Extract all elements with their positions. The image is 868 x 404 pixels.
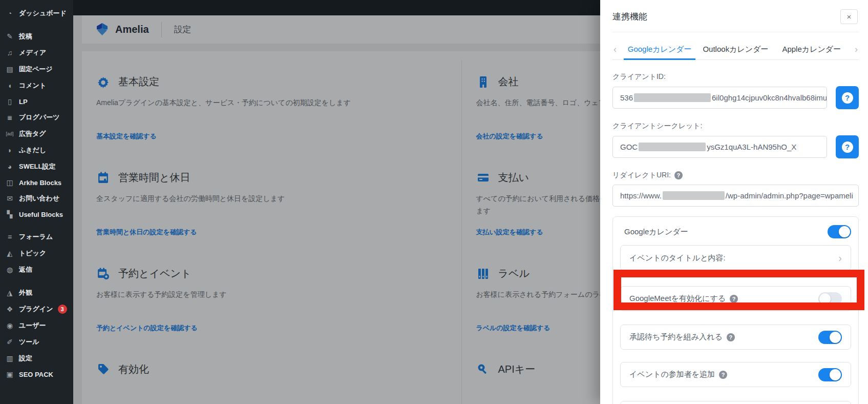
plugins-update-badge: 3 <box>58 305 67 314</box>
help-icon[interactable]: ? <box>730 295 738 303</box>
users-icon: ◉ <box>5 321 14 330</box>
help-icon[interactable]: ? <box>674 171 683 179</box>
redaction-block <box>639 143 706 151</box>
sidebar-item-dashboard[interactable]: ◔ダッシュボード <box>0 5 73 22</box>
swell-icon: ◕ <box>5 163 14 171</box>
blog-parts-icon: ▦ <box>5 115 14 120</box>
ad-tag-icon: [ad] <box>5 131 14 136</box>
pending-appointments-row: 承認待ち予約を組み入れる? <box>620 325 851 350</box>
sidebar-item-forum[interactable]: ≡フォーラム <box>0 229 73 245</box>
mail-icon: ✉ <box>5 194 14 203</box>
sidebar-item-fukidashi[interactable]: ◗ふきだし <box>0 142 73 158</box>
topics-icon: ◭ <box>5 249 14 257</box>
calendar-tabs: ‹ Googleカレンダー Outlookカレンダー Appleカレンダー › <box>612 39 859 60</box>
tab-google-calendar[interactable]: Googleカレンダー <box>622 39 697 59</box>
sidebar-item-topics[interactable]: ◭トピック <box>0 245 73 261</box>
redirect-uri-input[interactable]: https://www./wp-admin/admin.php?page=wpa… <box>612 185 859 207</box>
replies-icon: ◍ <box>5 266 14 274</box>
sidebar-item-comments[interactable]: ◖コメント <box>0 77 73 94</box>
redirect-uri-label: リダイレクトURI:? <box>612 171 859 180</box>
sidebar-item-plugins[interactable]: ❖プラグイン3 <box>0 301 73 317</box>
client-id-input[interactable]: 5366il0ghg14cjpuv0kc8n4hvalb68imu.app <box>612 87 827 109</box>
sidebar-item-media[interactable]: ♫メディア <box>0 45 73 61</box>
google-meet-row: GoogleMeetを有効化にする? <box>620 286 851 311</box>
media-icon: ♫ <box>5 49 14 57</box>
redaction-block <box>634 93 711 102</box>
comments-icon: ◖ <box>5 82 14 90</box>
google-calendar-settings-box: Googleカレンダー イベントのタイトルと内容: › GoogleMeetを有… <box>612 216 859 404</box>
client-secret-help-button[interactable]: ? <box>836 135 859 158</box>
pages-icon: ▤ <box>5 65 14 73</box>
google-meet-toggle[interactable] <box>818 292 842 306</box>
lp-icon: ▯ <box>5 97 14 106</box>
sidebar-item-appearance[interactable]: ◮外観 <box>0 285 73 301</box>
client-id-label: クライアントID: <box>612 72 859 82</box>
sidebar-item-ad-tag[interactable]: [ad]広告タグ <box>0 126 73 142</box>
sidebar-item-useful-blocks[interactable]: ▚Useful Blocks <box>0 207 73 222</box>
close-icon[interactable]: × <box>840 9 858 24</box>
client-secret-input[interactable]: GOCysGz1quA3L-hAN95hO_X <box>612 136 827 158</box>
sidebar-item-contact[interactable]: ✉お問い合わせ <box>0 190 73 207</box>
sidebar-item-swell[interactable]: ◕SWELL設定 <box>0 158 73 175</box>
redaction-block <box>663 191 725 200</box>
tab-apple-calendar[interactable]: Appleカレンダー <box>774 39 850 59</box>
tab-outlook-calendar[interactable]: Outlookカレンダー <box>697 39 773 59</box>
seo-pack-icon: ▣ <box>5 370 14 378</box>
integrations-panel: 連携機能 × ‹ Googleカレンダー Outlookカレンダー Appleカ… <box>600 0 868 404</box>
screen: ◔ダッシュボード ✎投稿 ♫メディア ▤固定ページ ◖コメント ▯LP ▦ブログ… <box>0 0 868 404</box>
question-icon: ? <box>842 92 853 104</box>
sidebar-item-tools[interactable]: ✐ツール <box>0 334 73 350</box>
arkhe-blocks-icon: ◫ <box>5 178 14 187</box>
settings-icon: ▥ <box>5 354 14 362</box>
client-secret-label: クライアントシークレット: <box>612 122 859 131</box>
forum-icon: ≡ <box>5 233 14 241</box>
sidebar-item-seo-pack[interactable]: ▣SEO PACK <box>0 367 73 382</box>
google-calendar-toggle[interactable] <box>828 225 851 238</box>
google-calendar-label: Googleカレンダー <box>624 227 688 237</box>
panel-divider <box>612 32 859 32</box>
dashboard-icon: ◔ <box>5 9 14 17</box>
sidebar-item-replies[interactable]: ◍返信 <box>0 261 73 278</box>
sidebar-item-settings[interactable]: ▥設定 <box>0 350 73 367</box>
sidebar-item-lp[interactable]: ▯LP <box>0 94 73 109</box>
event-title-description-row[interactable]: イベントのタイトルと内容: › <box>620 245 851 271</box>
tools-icon: ✐ <box>5 338 14 346</box>
help-icon[interactable]: ? <box>719 371 727 379</box>
plugin-icon: ❖ <box>5 305 14 313</box>
wp-admin-sidebar: ◔ダッシュボード ✎投稿 ♫メディア ▤固定ページ ◖コメント ▯LP ▦ブログ… <box>0 0 73 404</box>
useful-blocks-icon: ▚ <box>5 210 14 218</box>
chevron-left-icon[interactable]: ‹ <box>612 39 618 59</box>
appearance-icon: ◮ <box>5 289 14 297</box>
sidebar-item-arkhe-blocks[interactable]: ◫Arkhe Blocks <box>0 175 73 190</box>
see-other-guests-row: お客様が他の参加者を確認することを許可する? <box>620 401 851 404</box>
chevron-right-icon[interactable]: › <box>854 39 859 59</box>
panel-title: 連携機能 <box>612 0 859 23</box>
sidebar-item-users[interactable]: ◉ユーザー <box>0 317 73 334</box>
client-id-help-button[interactable]: ? <box>836 86 859 109</box>
speech-bubble-icon: ◗ <box>5 146 14 154</box>
add-event-attendees-row: イベントの参加者を追加? <box>620 362 851 387</box>
sidebar-item-blog-parts[interactable]: ▦ブログパーツ <box>0 109 73 126</box>
pending-appointments-toggle[interactable] <box>818 331 842 344</box>
sidebar-item-posts[interactable]: ✎投稿 <box>0 28 73 45</box>
help-icon[interactable]: ? <box>727 333 735 341</box>
add-event-attendees-toggle[interactable] <box>818 368 842 381</box>
question-icon: ? <box>842 142 853 153</box>
posts-icon: ✎ <box>5 32 14 41</box>
chevron-right-icon: › <box>838 252 842 264</box>
sidebar-item-pages[interactable]: ▤固定ページ <box>0 61 73 77</box>
